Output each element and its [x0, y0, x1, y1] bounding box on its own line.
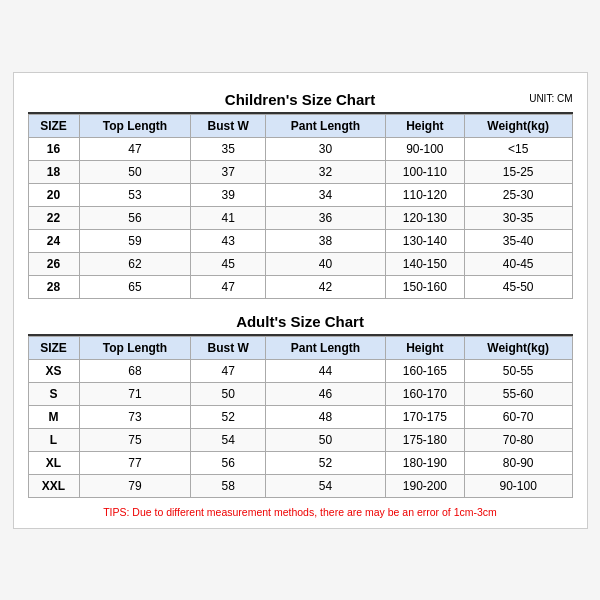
children-size-table: SIZE Top Length Bust W Pant Length Heigh… [28, 114, 573, 299]
table-cell: 90-100 [464, 474, 572, 497]
table-cell: 37 [191, 160, 266, 183]
table-cell: 39 [191, 183, 266, 206]
table-cell: 55-60 [464, 382, 572, 405]
table-row: XL775652180-19080-90 [28, 451, 572, 474]
table-row: 26624540140-15040-45 [28, 252, 572, 275]
table-cell: 75 [79, 428, 191, 451]
table-row: XS684744160-16550-55 [28, 359, 572, 382]
tips-text: TIPS: Due to different measurement metho… [28, 506, 573, 518]
col-pant-length: Pant Length [266, 114, 386, 137]
table-row: M735248170-17560-70 [28, 405, 572, 428]
children-table-head: SIZE Top Length Bust W Pant Length Heigh… [28, 114, 572, 137]
table-cell: 175-180 [385, 428, 464, 451]
adult-table-head: SIZE Top Length Bust W Pant Length Heigh… [28, 336, 572, 359]
table-cell: 50 [79, 160, 191, 183]
table-cell: 62 [79, 252, 191, 275]
table-cell: 59 [79, 229, 191, 252]
table-cell: 34 [266, 183, 386, 206]
col-weight-a: Weight(kg) [464, 336, 572, 359]
table-cell: 46 [266, 382, 386, 405]
col-top-length: Top Length [79, 114, 191, 137]
table-cell: 73 [79, 405, 191, 428]
col-size-a: SIZE [28, 336, 79, 359]
table-cell: 58 [191, 474, 266, 497]
table-cell: 44 [266, 359, 386, 382]
col-top-length-a: Top Length [79, 336, 191, 359]
unit-label: UNIT: CM [529, 93, 572, 104]
table-cell: 170-175 [385, 405, 464, 428]
table-cell: 52 [191, 405, 266, 428]
table-cell: 65 [79, 275, 191, 298]
table-cell: 45 [191, 252, 266, 275]
table-cell: 60-70 [464, 405, 572, 428]
table-cell: 56 [191, 451, 266, 474]
table-cell: 100-110 [385, 160, 464, 183]
table-cell: 43 [191, 229, 266, 252]
table-cell: 140-150 [385, 252, 464, 275]
children-table-body: 1647353090-100<1518503732100-11015-25205… [28, 137, 572, 298]
table-cell: 70-80 [464, 428, 572, 451]
table-cell: 160-165 [385, 359, 464, 382]
adult-section: Adult's Size Chart SIZE Top Length Bust … [28, 307, 573, 498]
table-row: S715046160-17055-60 [28, 382, 572, 405]
table-cell: 41 [191, 206, 266, 229]
table-cell: 53 [79, 183, 191, 206]
table-cell: 32 [266, 160, 386, 183]
col-pant-length-a: Pant Length [266, 336, 386, 359]
table-cell: 35 [191, 137, 266, 160]
table-cell: 50 [191, 382, 266, 405]
table-cell: 18 [28, 160, 79, 183]
adult-table-body: XS684744160-16550-55S715046160-17055-60M… [28, 359, 572, 497]
table-cell: XL [28, 451, 79, 474]
table-cell: 48 [266, 405, 386, 428]
table-cell: 22 [28, 206, 79, 229]
table-cell: 36 [266, 206, 386, 229]
adult-size-table: SIZE Top Length Bust W Pant Length Heigh… [28, 336, 573, 498]
adult-title: Adult's Size Chart [236, 313, 364, 330]
table-row: XXL795854190-20090-100 [28, 474, 572, 497]
children-title: Children's Size Chart [225, 91, 375, 108]
table-cell: 16 [28, 137, 79, 160]
table-cell: 35-40 [464, 229, 572, 252]
table-cell: 26 [28, 252, 79, 275]
table-cell: 30-35 [464, 206, 572, 229]
table-cell: 77 [79, 451, 191, 474]
table-cell: 50-55 [464, 359, 572, 382]
table-cell: 52 [266, 451, 386, 474]
table-cell: 54 [191, 428, 266, 451]
table-row: 1647353090-100<15 [28, 137, 572, 160]
table-row: 18503732100-11015-25 [28, 160, 572, 183]
table-row: 28654742150-16045-50 [28, 275, 572, 298]
table-cell: 28 [28, 275, 79, 298]
adult-header-row: SIZE Top Length Bust W Pant Length Heigh… [28, 336, 572, 359]
table-cell: 40-45 [464, 252, 572, 275]
table-cell: 20 [28, 183, 79, 206]
adult-section-header: Adult's Size Chart [28, 307, 573, 336]
table-cell: 80-90 [464, 451, 572, 474]
table-cell: 110-120 [385, 183, 464, 206]
table-cell: 47 [191, 359, 266, 382]
chart-container: Children's Size Chart UNIT: CM SIZE Top … [13, 72, 588, 529]
table-cell: 90-100 [385, 137, 464, 160]
table-cell: XS [28, 359, 79, 382]
table-cell: M [28, 405, 79, 428]
table-cell: 79 [79, 474, 191, 497]
table-cell: L [28, 428, 79, 451]
table-cell: <15 [464, 137, 572, 160]
table-cell: 120-130 [385, 206, 464, 229]
col-size: SIZE [28, 114, 79, 137]
table-cell: 15-25 [464, 160, 572, 183]
col-bust-w: Bust W [191, 114, 266, 137]
col-weight: Weight(kg) [464, 114, 572, 137]
table-cell: 56 [79, 206, 191, 229]
table-cell: 160-170 [385, 382, 464, 405]
col-height: Height [385, 114, 464, 137]
table-cell: 47 [79, 137, 191, 160]
col-height-a: Height [385, 336, 464, 359]
table-cell: 45-50 [464, 275, 572, 298]
table-cell: 68 [79, 359, 191, 382]
table-cell: 180-190 [385, 451, 464, 474]
table-cell: 42 [266, 275, 386, 298]
table-cell: 54 [266, 474, 386, 497]
table-cell: 130-140 [385, 229, 464, 252]
